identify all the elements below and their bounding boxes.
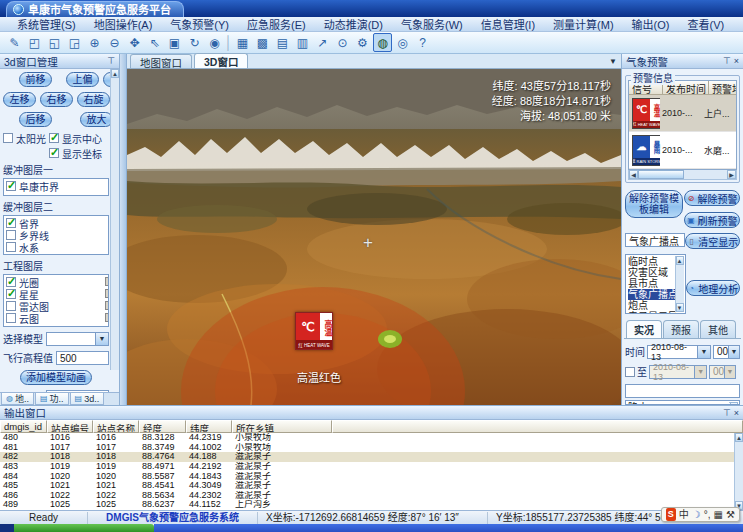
geo-analysis-button[interactable]: ◔ 地理分析: [686, 280, 740, 296]
pin-icon[interactable]: ⊤: [107, 56, 115, 66]
station-table-row[interactable]: 483 1019 1019 88.4971 44.2192 滋泥泉子: [0, 462, 743, 472]
clear-display-button[interactable]: ▯ 清空显示: [685, 233, 740, 249]
close-icon[interactable]: ×: [734, 408, 739, 418]
menu-item[interactable]: 气象预警(Y): [161, 16, 238, 32]
punctuation-icon[interactable]: °,: [704, 508, 711, 521]
date-from-combo[interactable]: 2010-08-13▼: [647, 345, 711, 359]
camera-nav-button[interactable]: 后移: [19, 112, 52, 127]
camera-nav-button[interactable]: 前移: [19, 72, 52, 87]
menu-item[interactable]: 测量计算(M): [544, 16, 623, 32]
start-button[interactable]: [14, 524, 154, 532]
option-checkbox[interactable]: 显示坐标: [49, 147, 102, 159]
station-table-row[interactable]: 482 1018 1018 88.4764 44.188 滋泥泉子: [0, 452, 743, 462]
col-station-no[interactable]: 站点编号: [47, 420, 93, 433]
eye-icon[interactable]: ◎: [393, 33, 412, 52]
point-type-item[interactable]: 县市点: [628, 278, 676, 289]
add-model-animation-button[interactable]: 添加模型动画: [20, 370, 92, 385]
layer-settings-button[interactable]: [105, 277, 109, 286]
left-panel-vscrollbar[interactable]: ▲: [110, 69, 119, 370]
weather-element-item[interactable]: 降水: [628, 402, 730, 405]
col-dmgis-id[interactable]: dmgis_id: [0, 420, 47, 433]
map-3d-view[interactable]: 纬度: 43度57分18.117秒 经度: 88度18分14.871秒 海拔: …: [127, 69, 621, 405]
option-checkbox[interactable]: 太阳光: [3, 132, 49, 144]
zoom-out-icon[interactable]: ⊖: [105, 33, 124, 52]
menu-item[interactable]: 地图操作(A): [85, 16, 162, 32]
warning-row-rain[interactable]: ☁ 暴雨 蓝 RAIN STORM 2010-... 水磨...: [629, 132, 736, 169]
col-station-name[interactable]: 站点名称: [93, 420, 139, 433]
col-longitude[interactable]: 经度: [139, 420, 186, 433]
forecast-tab[interactable]: 实况: [626, 320, 662, 338]
hour-to-combo[interactable]: 00▼: [709, 365, 736, 379]
toolbar-divider[interactable]: │: [225, 33, 232, 52]
station-table-row[interactable]: 480 1016 1016 88.3128 44.2319 小泉牧场: [0, 433, 743, 443]
scroll-up-icon[interactable]: ▲: [735, 433, 743, 442]
map-image-icon[interactable]: ▩: [253, 33, 272, 52]
col-warning-area[interactable]: 预警地区: [709, 81, 737, 95]
output-vscrollbar[interactable]: ▲ ▼: [734, 433, 743, 510]
element-filter-box[interactable]: [625, 384, 740, 398]
warning-table-hscrollbar[interactable]: ◀ ▶: [628, 170, 737, 180]
tab-3d-window[interactable]: 3D窗口: [194, 53, 248, 68]
refresh-view-icon[interactable]: ↻: [185, 33, 204, 52]
station-table-row[interactable]: 481 1017 1017 88.3749 44.1002 小泉牧场: [0, 443, 743, 453]
camera-nav-button[interactable]: 右移: [40, 92, 73, 107]
layer-checkbox[interactable]: 阜康市界: [6, 180, 106, 192]
close-icon[interactable]: ×: [734, 56, 739, 66]
model-select-combo[interactable]: ▼: [46, 332, 109, 346]
left-panel-tab[interactable]: ▤ 3d..: [70, 393, 105, 405]
tab-map-window[interactable]: 地图窗口: [130, 54, 192, 68]
panel-splitter[interactable]: [120, 54, 127, 405]
layer-settings-button[interactable]: [105, 313, 109, 322]
warning-row-heat[interactable]: ℃ 高温 红 HEAT WAVE 2010-... 上户...: [629, 95, 736, 132]
zoom-window-icon[interactable]: ◰: [25, 33, 44, 52]
remove-warning-button[interactable]: ⊘ 解除预警: [684, 190, 740, 206]
view-dropdown-button[interactable]: ▼: [609, 57, 617, 66]
point-list-vscrollbar[interactable]: ▲ ▼: [675, 256, 684, 312]
taskbar-area[interactable]: [154, 524, 743, 532]
col-township[interactable]: 所在乡镇: [232, 420, 332, 433]
to-date-checkbox[interactable]: [625, 367, 635, 377]
scroll-down-icon[interactable]: ▼: [676, 303, 684, 312]
camera-nav-button[interactable]: 上偏: [66, 72, 99, 87]
zoom-pan-icon[interactable]: ◱: [45, 33, 64, 52]
pin-icon[interactable]: ⊤: [723, 56, 731, 66]
lang-chinese-icon[interactable]: 中: [679, 508, 689, 521]
pointer-icon[interactable]: ⇖: [145, 33, 164, 52]
zoom-select-icon[interactable]: ◲: [65, 33, 84, 52]
identify-icon[interactable]: ◉: [205, 33, 224, 52]
print-preview-icon[interactable]: ▥: [293, 33, 312, 52]
flight-altitude-input[interactable]: 500: [56, 351, 109, 365]
heat-wave-warning-marker[interactable]: ℃ 高温 红 HEAT WAVE: [295, 312, 333, 352]
ime-toolbox-icon[interactable]: ⚒: [726, 508, 735, 521]
hour-from-combo[interactable]: 00▼: [713, 345, 740, 359]
col-latitude[interactable]: 纬度: [186, 420, 232, 433]
image-export-icon[interactable]: ▦: [233, 33, 252, 52]
scroll-up-icon[interactable]: ▲: [730, 402, 738, 405]
menu-item[interactable]: 系统管理(S): [8, 16, 85, 32]
camera-nav-button[interactable]: 右旋: [77, 92, 110, 107]
layer-settings-button[interactable]: [105, 301, 109, 310]
scroll-left-icon[interactable]: ◀: [629, 170, 638, 179]
forecast-tab[interactable]: 其他: [700, 320, 736, 338]
remove-warning-template-button[interactable]: 解除预警模板编辑: [625, 190, 683, 218]
forecast-tab[interactable]: 预报: [663, 320, 699, 338]
option-checkbox[interactable]: 显示中心: [49, 132, 102, 144]
station-table-row[interactable]: 485 1021 1021 88.4541 44.3049 滋泥泉子: [0, 481, 743, 491]
fly-mode-icon[interactable]: ↗: [313, 33, 332, 52]
measure-icon[interactable]: ✎: [5, 33, 24, 52]
full-extent-icon[interactable]: ▣: [165, 33, 184, 52]
menu-item[interactable]: 输出(O): [623, 16, 679, 32]
scroll-right-icon[interactable]: ▶: [727, 170, 736, 179]
fullwidth-moon-icon[interactable]: ☽: [692, 508, 701, 521]
pin-icon[interactable]: ⊤: [723, 408, 731, 418]
layer-checkbox[interactable]: 水系: [6, 241, 106, 253]
animation-frames-input[interactable]: 300: [46, 390, 109, 393]
refresh-warning-button[interactable]: ▣ 刷新预警: [684, 212, 740, 228]
menu-item[interactable]: 动态推演(D): [315, 16, 392, 32]
camera-nav-button[interactable]: 放大: [80, 112, 113, 127]
point-type-item[interactable]: 气象广播点: [628, 289, 676, 300]
point-type-item[interactable]: 灾害区域: [628, 267, 676, 278]
layer-checkbox[interactable]: 云图: [6, 312, 106, 324]
print-icon[interactable]: ▤: [273, 33, 292, 52]
left-panel-tab[interactable]: ◍ 地..: [1, 393, 34, 405]
